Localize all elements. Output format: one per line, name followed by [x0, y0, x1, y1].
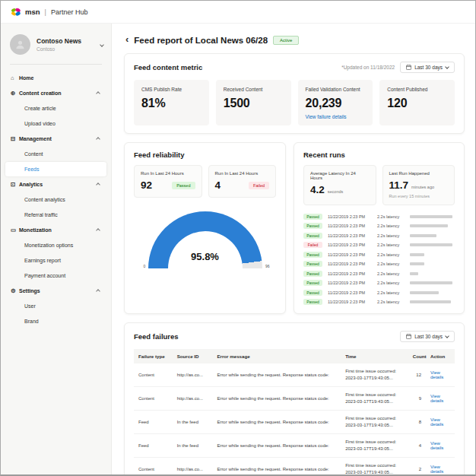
run-bar [410, 281, 452, 284]
recent-runs-stat-box: Average Latency In 24 Hours 4.2 seconds [303, 165, 376, 205]
sidebar-item-label: Upload video [24, 121, 97, 126]
feed-content-metric-card: Feed content metric *Updated on 11/18/20… [124, 53, 465, 134]
sidebar-item[interactable]: Earnings report [5, 253, 106, 268]
col-failure-type: Failure type [134, 349, 173, 363]
view-details-link[interactable]: View details [430, 370, 443, 379]
account-switcher[interactable]: Contoso News Contoso [1, 28, 111, 59]
view-details-link[interactable]: View details [430, 417, 443, 427]
sidebar-item[interactable]: Upload video [5, 116, 106, 131]
run-bar [410, 272, 418, 275]
run-status-badge: Passed [303, 299, 322, 305]
chevron-up-icon [96, 91, 100, 96]
sidebar-item-label: Earnings report [24, 258, 97, 263]
sidebar-item[interactable]: ▭ Monetization [5, 223, 106, 237]
analytics-icon: ⊡ [11, 181, 19, 188]
status-badge: Active [273, 36, 299, 45]
sidebar-item-label: Referral traffic [24, 212, 97, 217]
sidebar-item[interactable]: User [5, 299, 106, 313]
sidebar-item[interactable]: Referral traffic [5, 208, 106, 222]
table-row: Content http://as.co... Error while send… [134, 457, 455, 475]
run-status-badge: Failed [303, 242, 322, 248]
reliability-stats: Run In Last 24 Hours 92 Passed Run In La… [134, 165, 276, 198]
settings-icon: ⚙ [11, 287, 19, 294]
sidebar-item-label: Home [19, 75, 97, 81]
sidebar-item[interactable]: Create article [5, 101, 106, 116]
failure-type-cell: Content [134, 363, 173, 387]
run-bar-track [410, 243, 455, 246]
time-cell: First time issue occurred: 2023-03-17T19… [341, 457, 408, 475]
sidebar-item[interactable]: ⊡ Analytics [5, 177, 106, 192]
sidebar-item[interactable]: Content analytics [5, 192, 106, 207]
sidebar-item[interactable]: Feeds [5, 162, 106, 176]
sidebar-item[interactable]: ⊕ Content creation [5, 86, 106, 100]
sidebar-item[interactable]: Payment account [5, 268, 106, 283]
chevron-down-icon [445, 65, 449, 69]
view-details-link[interactable]: View details [430, 465, 443, 474]
management-icon: ⊟ [11, 135, 19, 142]
run-bar-track [410, 291, 455, 294]
calendar-icon [406, 65, 411, 70]
sidebar-item[interactable]: Content [5, 147, 106, 161]
table-row: Content http://as.co... Error while send… [134, 386, 455, 410]
col-error-message: Error message [212, 349, 341, 363]
run-bar [410, 224, 448, 227]
sidebar-item-label: Settings [19, 288, 97, 294]
metric-value: 120 [387, 97, 447, 110]
section-title-feed-reliability: Feed reliability [134, 151, 185, 159]
run-latency: 2.2s latency [377, 252, 405, 257]
feed-reliability-card: Feed reliability Run In Last 24 Hours 92… [124, 142, 286, 314]
home-icon: ⌂ [11, 75, 19, 81]
stat-label: Run In Last 24 Hours [141, 171, 195, 176]
recent-runs-stats: Average Latency In 24 Hours 4.2 seconds … [303, 165, 455, 205]
stat-label: Average Latency In 24 Hours [310, 171, 370, 180]
run-status-badge: Passed [303, 290, 322, 296]
sidebar-item-label: Management [19, 136, 97, 141]
page-header: ‹ Feed report of Local News 06/28 Active [125, 34, 465, 46]
run-timestamp: 11/22/2019 2:23 PM [328, 214, 372, 219]
run-status-badge: Failed [249, 182, 269, 189]
content-creation-icon: ⊕ [11, 90, 19, 97]
run-timestamp: 11/22/2019 2:23 PM [328, 271, 372, 276]
view-details-link[interactable]: View details [430, 394, 443, 403]
sidebar-item[interactable]: ⚙ Settings [5, 284, 106, 298]
run-timestamp: 11/22/2019 2:23 PM [328, 281, 372, 285]
calendar-icon [406, 334, 411, 339]
failures-date-range-dropdown[interactable]: Last 30 days [400, 331, 455, 342]
account-org: Contoso [36, 46, 94, 52]
run-row: Passed 11/22/2019 2:23 PM 2.2s latency [303, 289, 455, 296]
run-bar [410, 262, 424, 265]
sidebar-item[interactable]: Brand [5, 314, 106, 328]
sidebar-item-label: Analytics [19, 182, 97, 187]
date-range-value: Last 30 days [414, 334, 443, 339]
run-bar-track [410, 224, 455, 227]
updated-on-note: *Updated on 11/18/2022 [341, 65, 395, 70]
run-bar [410, 215, 452, 218]
sidebar-nav: ⌂ Home ⊕ Content creation Create article [1, 71, 111, 328]
view-details-link[interactable]: View details [430, 441, 443, 450]
gauge-min-label: 0 [144, 264, 146, 268]
run-bar [410, 243, 452, 246]
sidebar-item[interactable]: ⌂ Home [5, 71, 106, 85]
col-time: Time [341, 349, 408, 363]
table-row: Feed In the feed Error while sending the… [134, 433, 455, 457]
error-message-cell: Error while sending the request. Respons… [212, 410, 341, 433]
run-bar [410, 234, 436, 237]
reliability-stat-box: Run In Last 24 Hours 4 Failed [208, 165, 277, 198]
metric-box: Failed Validation Content 20,239 View fa… [298, 80, 373, 125]
view-failure-details-link[interactable]: View failure details [306, 114, 366, 119]
run-timestamp: 11/22/2019 2:23 PM [328, 243, 372, 247]
app-name: Partner Hub [51, 8, 88, 16]
run-bar-track [410, 262, 455, 265]
metric-value: 1500 [224, 97, 284, 110]
chevron-up-icon [96, 289, 100, 294]
run-status-badge: Passed [303, 252, 322, 258]
gauge-value: 95.8% [148, 251, 262, 262]
sidebar-item-label: Feeds [24, 167, 97, 172]
sidebar-item-label: Monetization [19, 227, 97, 233]
date-range-dropdown[interactable]: Last 30 days [400, 62, 455, 73]
sidebar-item[interactable]: ⊟ Management [5, 132, 106, 146]
sidebar-item[interactable]: Monetization options [5, 238, 106, 252]
back-button[interactable]: ‹ [125, 34, 129, 46]
stat-value: 4 [215, 179, 221, 191]
run-timestamp: 11/22/2019 2:23 PM [328, 224, 372, 228]
